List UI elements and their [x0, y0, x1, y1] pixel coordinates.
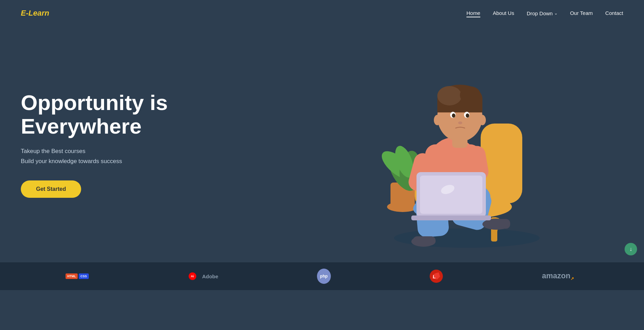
- php-icon: php: [317, 271, 331, 282]
- hero-title-line1: Opportunity is: [21, 91, 168, 115]
- svg-text:L: L: [433, 274, 436, 279]
- nav-item-dropdown[interactable]: Drop Down ⌄: [527, 10, 558, 16]
- svg-point-37: [452, 113, 455, 118]
- scroll-down-button[interactable]: ↓: [625, 243, 637, 255]
- brand-laravel: L: [429, 271, 443, 282]
- nav-link-team[interactable]: Our Team: [570, 10, 593, 16]
- brand-amazon: amazon↗: [542, 271, 574, 281]
- brand-html-css: HTML CSS: [70, 271, 87, 282]
- nav-links: Home About Us Drop Down ⌄ Our Team Conta…: [466, 10, 623, 16]
- navbar: E-Learn Home About Us Drop Down ⌄ Our Te…: [0, 0, 644, 26]
- amazon-label: amazon↗: [542, 271, 574, 281]
- laravel-icon: L: [429, 271, 443, 282]
- hero-title-line2: Everywhere: [21, 114, 141, 138]
- nav-link-dropdown: Drop Down: [527, 10, 553, 16]
- nav-item-home[interactable]: Home: [466, 10, 480, 16]
- svg-point-40: [434, 115, 441, 125]
- html-css-icon: HTML CSS: [70, 271, 84, 282]
- hero-title: Opportunity is Everywhere: [21, 91, 168, 138]
- svg-rect-19: [413, 236, 436, 245]
- svg-point-38: [466, 113, 469, 118]
- svg-point-34: [460, 86, 481, 104]
- hero-illustration: [290, 26, 644, 262]
- svg-rect-29: [411, 215, 491, 220]
- hero-text: Opportunity is Everywhere Takeup the Bes…: [21, 91, 168, 198]
- brand-logo[interactable]: E-Learn: [21, 9, 49, 18]
- hero-subtitle-line1: Takeup the Best courses: [21, 148, 85, 154]
- svg-rect-23: [486, 219, 510, 229]
- brand-php: php: [317, 271, 331, 282]
- hero-section: Opportunity is Everywhere Takeup the Bes…: [0, 26, 644, 262]
- hero-subtitle-line2: Build your knowledge towards success: [21, 158, 122, 164]
- nav-link-about[interactable]: About Us: [493, 10, 514, 16]
- nav-link-home[interactable]: Home: [466, 10, 480, 17]
- scroll-down-icon: ↓: [629, 246, 632, 252]
- nav-item-contact[interactable]: Contact: [605, 10, 623, 16]
- bottom-brands-strip: HTML CSS Ai Adobe php L amazon↗: [0, 262, 644, 290]
- chevron-down-icon: ⌄: [554, 11, 558, 16]
- brand-adobe: Ai Adobe: [186, 271, 218, 282]
- nav-item-team[interactable]: Our Team: [570, 10, 593, 16]
- brand-adobe-label: Adobe: [202, 273, 218, 279]
- svg-rect-27: [420, 176, 482, 214]
- svg-point-33: [437, 86, 462, 105]
- svg-point-39: [458, 121, 462, 124]
- svg-rect-42: [452, 137, 467, 148]
- hero-svg: [363, 37, 571, 252]
- get-started-button[interactable]: Get Started: [21, 180, 81, 198]
- hero-subtitle: Takeup the Best courses Build your knowl…: [21, 146, 168, 167]
- nav-link-contact[interactable]: Contact: [605, 10, 623, 16]
- adobe-icon: Ai: [186, 271, 199, 282]
- nav-item-about[interactable]: About Us: [493, 10, 514, 16]
- svg-point-41: [479, 115, 486, 125]
